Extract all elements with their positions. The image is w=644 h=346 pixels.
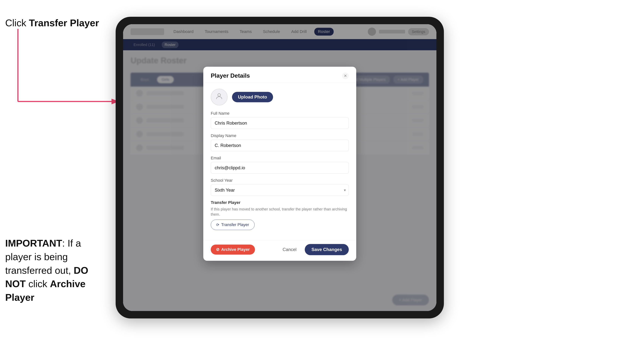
arrow-indicator [9, 29, 119, 109]
modal-title: Player Details [211, 72, 250, 79]
full-name-label: Full Name [211, 111, 349, 116]
upload-photo-button[interactable]: Upload Photo [232, 92, 273, 102]
player-details-modal: Player Details × [203, 67, 356, 261]
display-name-input[interactable] [211, 140, 349, 151]
instruction-prefix: Click [5, 17, 29, 28]
cancel-button[interactable]: Cancel [279, 245, 300, 254]
full-name-group: Full Name [211, 111, 349, 129]
archive-btn-label: Archive Player [221, 247, 250, 252]
email-input[interactable] [211, 162, 349, 173]
school-year-select[interactable]: Sixth Year Fifth Year Fourth Year Third … [211, 184, 349, 196]
school-year-label: School Year [211, 178, 349, 183]
footer-right-actions: Cancel Save Changes [279, 244, 349, 255]
avatar-section: Upload Photo [211, 89, 349, 105]
instruction-bottom: IMPORTANT: If a player is being transfer… [5, 236, 110, 304]
modal-close-button[interactable]: × [342, 72, 349, 79]
modal-overlay: Player Details × [123, 24, 436, 311]
display-name-group: Display Name [211, 133, 349, 151]
transfer-icon: ⟳ [216, 222, 219, 227]
tablet-device: Dashboard Tournaments Teams Schedule Add… [116, 17, 444, 319]
tablet-screen: Dashboard Tournaments Teams Schedule Add… [123, 24, 436, 311]
instruction-bold: Transfer Player [29, 17, 99, 28]
modal-footer: ⊘ Archive Player Cancel Save Changes [203, 240, 356, 261]
full-name-input[interactable] [211, 117, 349, 129]
display-name-label: Display Name [211, 133, 349, 138]
svg-point-3 [218, 93, 221, 96]
email-group: Email [211, 156, 349, 173]
transfer-player-button[interactable]: ⟳ Transfer Player [211, 219, 254, 230]
instruction-top: Click Transfer Player [5, 17, 99, 29]
school-year-group: School Year Sixth Year Fifth Year Fourth… [211, 178, 349, 196]
avatar-circle [211, 89, 228, 105]
archive-player-button[interactable]: ⊘ Archive Player [211, 244, 255, 255]
click-text: click [26, 278, 50, 289]
app-background: Dashboard Tournaments Teams Schedule Add… [123, 24, 436, 311]
archive-icon: ⊘ [216, 247, 219, 252]
email-label: Email [211, 156, 349, 161]
person-icon [215, 92, 223, 102]
transfer-section-title: Transfer Player [211, 200, 349, 205]
transfer-btn-label: Transfer Player [221, 222, 249, 227]
save-changes-button[interactable]: Save Changes [305, 244, 349, 255]
transfer-player-section: Transfer Player If this player has moved… [211, 200, 349, 230]
transfer-description: If this player has moved to another scho… [211, 206, 349, 217]
important-label: IMPORTANT [5, 238, 62, 249]
school-year-select-wrapper: Sixth Year Fifth Year Fourth Year Third … [211, 184, 349, 196]
modal-body: Upload Photo Full Name Display Name [203, 83, 356, 240]
modal-header: Player Details × [203, 67, 356, 83]
